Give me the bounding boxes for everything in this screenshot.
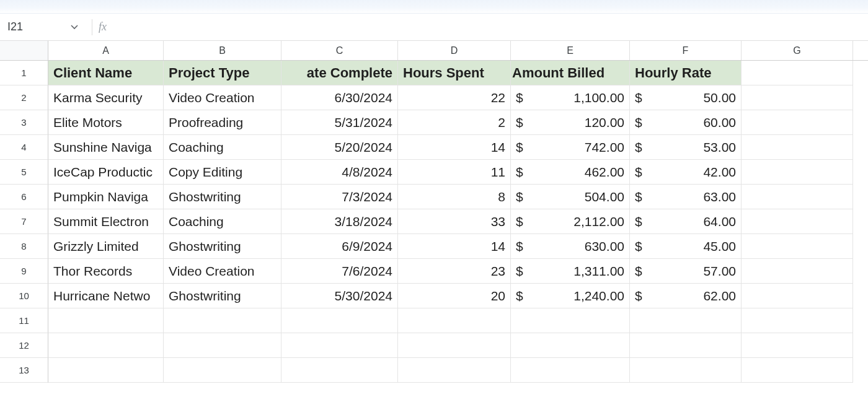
row-header[interactable]: 1	[0, 61, 48, 85]
row-header[interactable]: 6	[0, 185, 48, 209]
col-header-C[interactable]: C	[281, 41, 398, 60]
cell[interactable]: $53.00	[630, 135, 742, 160]
row-header[interactable]: 11	[0, 308, 48, 333]
cell[interactable]: Video Creation	[164, 85, 281, 110]
cell[interactable]: $1,240.00	[511, 284, 630, 308]
cell[interactable]: $630.00	[511, 234, 630, 259]
cell[interactable]: $64.00	[630, 209, 742, 234]
cell[interactable]	[742, 358, 853, 383]
cell[interactable]	[48, 308, 164, 333]
col-header-A[interactable]: A	[48, 41, 164, 60]
cell[interactable]: Ghostwriting	[164, 185, 281, 209]
cell[interactable]	[630, 333, 742, 358]
select-all-corner[interactable]	[0, 41, 48, 60]
cell[interactable]: 14	[398, 135, 511, 160]
cell[interactable]: 5/31/2024	[281, 110, 398, 135]
cell[interactable]: IceCap Productic	[48, 160, 164, 185]
cell[interactable]: Amount Billed	[511, 61, 630, 85]
col-header-G[interactable]: G	[742, 41, 853, 60]
cell[interactable]	[630, 358, 742, 383]
name-box[interactable]: I21	[0, 20, 87, 33]
cell[interactable]: 7/6/2024	[281, 259, 398, 284]
cell[interactable]: $57.00	[630, 259, 742, 284]
cell[interactable]: Hours Spent	[398, 61, 511, 85]
cell[interactable]: Pumpkin Naviga	[48, 185, 164, 209]
cell[interactable]	[742, 185, 853, 209]
cell[interactable]: Client Name	[48, 61, 164, 85]
row-header[interactable]: 9	[0, 259, 48, 284]
cell[interactable]	[742, 209, 853, 234]
cell[interactable]	[281, 358, 398, 383]
cell[interactable]	[398, 333, 511, 358]
cell[interactable]	[511, 333, 630, 358]
formula-input[interactable]	[113, 14, 868, 40]
row-header[interactable]: 7	[0, 209, 48, 234]
cell[interactable]: 33	[398, 209, 511, 234]
cell[interactable]: $63.00	[630, 185, 742, 209]
cell[interactable]: Hourly Rate	[630, 61, 742, 85]
cell[interactable]: ate Complete	[281, 61, 398, 85]
cell[interactable]: Proofreading	[164, 110, 281, 135]
cell[interactable]	[164, 333, 281, 358]
cell[interactable]	[742, 110, 853, 135]
cell[interactable]: Grizzly Limited	[48, 234, 164, 259]
cell[interactable]: Karma Security	[48, 85, 164, 110]
cell[interactable]: $1,311.00	[511, 259, 630, 284]
cell[interactable]: $45.00	[630, 234, 742, 259]
cell[interactable]: $42.00	[630, 160, 742, 185]
col-header-F[interactable]: F	[630, 41, 742, 60]
cell[interactable]: 22	[398, 85, 511, 110]
cell[interactable]: $62.00	[630, 284, 742, 308]
cell[interactable]	[742, 259, 853, 284]
name-box-dropdown-icon[interactable]	[62, 25, 87, 30]
cell[interactable]	[742, 61, 853, 85]
cell[interactable]: 11	[398, 160, 511, 185]
col-header-D[interactable]: D	[398, 41, 511, 60]
cell[interactable]	[742, 85, 853, 110]
cell[interactable]	[742, 284, 853, 308]
cell[interactable]	[742, 333, 853, 358]
row-header[interactable]: 4	[0, 135, 48, 160]
cell[interactable]: 4/8/2024	[281, 160, 398, 185]
cell[interactable]: $50.00	[630, 85, 742, 110]
cell[interactable]: 6/30/2024	[281, 85, 398, 110]
cell[interactable]	[164, 308, 281, 333]
cell[interactable]: $1,100.00	[511, 85, 630, 110]
cell[interactable]	[742, 308, 853, 333]
cell[interactable]	[281, 333, 398, 358]
row-header[interactable]: 2	[0, 85, 48, 110]
cell[interactable]: $462.00	[511, 160, 630, 185]
cell[interactable]	[742, 135, 853, 160]
row-header[interactable]: 8	[0, 234, 48, 259]
cell[interactable]: 6/9/2024	[281, 234, 398, 259]
cell[interactable]: Summit Electron	[48, 209, 164, 234]
cell[interactable]	[630, 308, 742, 333]
cell[interactable]: Project Type	[164, 61, 281, 85]
cell[interactable]	[398, 358, 511, 383]
cell[interactable]: Ghostwriting	[164, 284, 281, 308]
cell[interactable]	[48, 333, 164, 358]
cell[interactable]: 2	[398, 110, 511, 135]
cell[interactable]: 5/30/2024	[281, 284, 398, 308]
cell[interactable]: $120.00	[511, 110, 630, 135]
cell[interactable]: Video Creation	[164, 259, 281, 284]
cell[interactable]: Copy Editing	[164, 160, 281, 185]
cell[interactable]	[398, 308, 511, 333]
row-header[interactable]: 10	[0, 284, 48, 308]
cell[interactable]: Ghostwriting	[164, 234, 281, 259]
cell[interactable]: 8	[398, 185, 511, 209]
cell[interactable]	[281, 308, 398, 333]
col-header-E[interactable]: E	[511, 41, 630, 60]
cell[interactable]: $742.00	[511, 135, 630, 160]
cell[interactable]: 14	[398, 234, 511, 259]
cell[interactable]: 7/3/2024	[281, 185, 398, 209]
cell[interactable]: $2,112.00	[511, 209, 630, 234]
cell[interactable]	[742, 234, 853, 259]
col-header-B[interactable]: B	[164, 41, 281, 60]
cell[interactable]	[742, 160, 853, 185]
cell[interactable]: Hurricane Netwo	[48, 284, 164, 308]
cell[interactable]: 23	[398, 259, 511, 284]
cell[interactable]: Elite Motors	[48, 110, 164, 135]
cell[interactable]	[511, 308, 630, 333]
cell[interactable]	[48, 358, 164, 383]
